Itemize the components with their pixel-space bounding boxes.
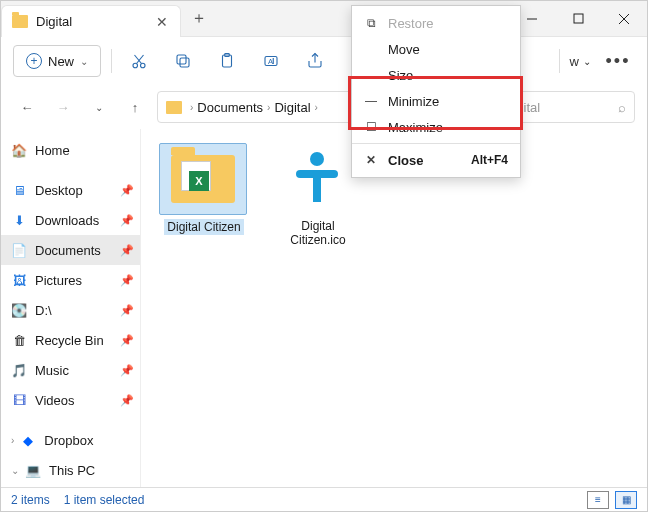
close-icon: ✕ bbox=[364, 153, 378, 167]
system-menu: ⧉ Restore Move Size — Minimize ☐ Maximiz… bbox=[351, 5, 521, 178]
tab-close-button[interactable]: ✕ bbox=[154, 14, 170, 30]
sidebar-item-dropbox[interactable]: › ◆ Dropbox bbox=[1, 425, 140, 455]
rename-button[interactable]: A bbox=[254, 44, 288, 78]
svg-point-5 bbox=[141, 63, 146, 68]
person-icon bbox=[296, 152, 338, 206]
pin-icon: 📌 bbox=[120, 214, 134, 227]
more-button[interactable]: ••• bbox=[601, 44, 635, 78]
pin-icon: 📌 bbox=[120, 274, 134, 287]
sidebar-item-recycle-bin[interactable]: 🗑 Recycle Bin📌 bbox=[1, 325, 140, 355]
toolbar: + New ⌄ A w ⌄ ••• bbox=[1, 37, 647, 85]
home-icon: 🏠 bbox=[11, 142, 27, 158]
new-button[interactable]: + New ⌄ bbox=[13, 45, 101, 77]
content-area[interactable]: X Digital Citizen Digital Citizen.ico bbox=[141, 129, 647, 487]
back-button[interactable]: ← bbox=[13, 93, 41, 121]
file-item-folder[interactable]: X Digital Citizen bbox=[159, 143, 249, 235]
recycle-bin-icon: 🗑 bbox=[11, 332, 27, 348]
menu-maximize[interactable]: ☐ Maximize bbox=[352, 114, 520, 140]
folder-icon: X bbox=[171, 155, 235, 203]
up-button[interactable]: ↑ bbox=[121, 93, 149, 121]
sidebar-item-videos[interactable]: 🎞 Videos📌 bbox=[1, 385, 140, 415]
view-dropdown[interactable]: w ⌄ bbox=[570, 54, 591, 69]
chevron-down-icon: ⌄ bbox=[80, 56, 88, 67]
sidebar-item-this-pc[interactable]: ⌄ 💻 This PC bbox=[1, 455, 140, 485]
share-button[interactable] bbox=[298, 44, 332, 78]
svg-rect-8 bbox=[180, 58, 189, 67]
search-icon: ⌕ bbox=[618, 100, 626, 115]
sidebar-item-documents[interactable]: 📄 Documents📌 bbox=[1, 235, 140, 265]
folder-icon bbox=[166, 101, 182, 114]
sidebar-item-pictures[interactable]: 🖼 Pictures📌 bbox=[1, 265, 140, 295]
file-item-ico[interactable]: Digital Citizen.ico bbox=[273, 143, 363, 248]
chevron-right-icon: › bbox=[11, 435, 14, 446]
active-tab[interactable]: Digital ✕ bbox=[1, 5, 181, 37]
titlebar: Digital ✕ ＋ bbox=[1, 1, 647, 37]
pin-icon: 📌 bbox=[120, 334, 134, 347]
svg-point-4 bbox=[133, 63, 138, 68]
sidebar-item-home[interactable]: 🏠 Home bbox=[1, 135, 140, 165]
pin-icon: 📌 bbox=[120, 364, 134, 377]
status-bar: 2 items 1 item selected ≡ ▦ bbox=[1, 487, 647, 511]
pin-icon: 📌 bbox=[120, 394, 134, 407]
navigation-row: ← → ⌄ ↑ › Documents › Digital › Digital … bbox=[1, 85, 647, 129]
plus-icon: + bbox=[26, 53, 42, 69]
folder-icon bbox=[12, 15, 28, 28]
chevron-right-icon: › bbox=[315, 102, 318, 113]
pin-icon: 📌 bbox=[120, 304, 134, 317]
file-label: Digital Citizen bbox=[164, 219, 243, 235]
videos-icon: 🎞 bbox=[11, 392, 27, 408]
breadcrumb-seg[interactable]: Documents bbox=[197, 100, 263, 115]
downloads-icon: ⬇ bbox=[11, 212, 27, 228]
sidebar-item-music[interactable]: 🎵 Music📌 bbox=[1, 355, 140, 385]
cut-button[interactable] bbox=[122, 44, 156, 78]
menu-restore: ⧉ Restore bbox=[352, 10, 520, 36]
sidebar-item-desktop[interactable]: 🖥 Desktop📌 bbox=[1, 175, 140, 205]
pin-icon: 📌 bbox=[120, 244, 134, 257]
new-label: New bbox=[48, 54, 74, 69]
menu-size[interactable]: Size bbox=[352, 62, 520, 88]
new-tab-button[interactable]: ＋ bbox=[181, 1, 217, 36]
documents-icon: 📄 bbox=[11, 242, 27, 258]
file-label: Digital Citizen.ico bbox=[273, 219, 363, 248]
maximize-button[interactable] bbox=[555, 1, 601, 36]
svg-rect-9 bbox=[177, 55, 186, 64]
sidebar-item-d-drive[interactable]: 💽 D:\📌 bbox=[1, 295, 140, 325]
chevron-down-icon: ⌄ bbox=[583, 56, 591, 67]
selection-count: 1 item selected bbox=[64, 493, 145, 507]
chevron-down-icon: ⌄ bbox=[11, 465, 19, 476]
svg-text:A: A bbox=[268, 57, 273, 66]
pc-icon: 💻 bbox=[25, 462, 41, 478]
recent-locations-button[interactable]: ⌄ bbox=[85, 93, 113, 121]
tab-title: Digital bbox=[36, 14, 146, 29]
drive-icon: 💽 bbox=[11, 302, 27, 318]
menu-minimize[interactable]: — Minimize bbox=[352, 88, 520, 114]
sidebar: 🏠 Home 🖥 Desktop📌 ⬇ Downloads📌 📄 Documen… bbox=[1, 129, 141, 487]
music-icon: 🎵 bbox=[11, 362, 27, 378]
maximize-icon: ☐ bbox=[364, 120, 378, 134]
restore-icon: ⧉ bbox=[364, 16, 378, 30]
forward-button[interactable]: → bbox=[49, 93, 77, 121]
minimize-icon: — bbox=[364, 94, 378, 108]
chevron-right-icon: › bbox=[267, 102, 270, 113]
menu-move[interactable]: Move bbox=[352, 36, 520, 62]
icons-view-button[interactable]: ▦ bbox=[615, 491, 637, 509]
dropbox-icon: ◆ bbox=[20, 432, 36, 448]
desktop-icon: 🖥 bbox=[11, 182, 27, 198]
details-view-button[interactable]: ≡ bbox=[587, 491, 609, 509]
item-count: 2 items bbox=[11, 493, 50, 507]
breadcrumb-seg[interactable]: Digital bbox=[274, 100, 310, 115]
shortcut-label: Alt+F4 bbox=[471, 153, 508, 167]
sidebar-item-downloads[interactable]: ⬇ Downloads📌 bbox=[1, 205, 140, 235]
svg-rect-1 bbox=[574, 14, 583, 23]
pin-icon: 📌 bbox=[120, 184, 134, 197]
paste-button[interactable] bbox=[210, 44, 244, 78]
menu-close[interactable]: ✕ Close Alt+F4 bbox=[352, 147, 520, 173]
close-window-button[interactable] bbox=[601, 1, 647, 36]
pictures-icon: 🖼 bbox=[11, 272, 27, 288]
chevron-right-icon: › bbox=[190, 102, 193, 113]
copy-button[interactable] bbox=[166, 44, 200, 78]
